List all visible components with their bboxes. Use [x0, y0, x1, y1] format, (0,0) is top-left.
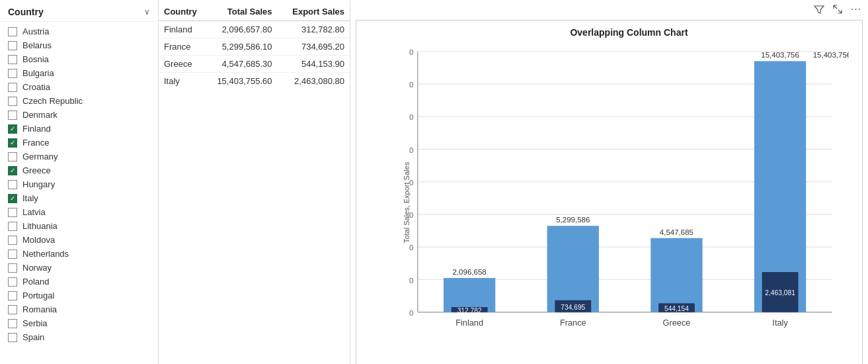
filter-item[interactable]: Lithuania [0, 219, 158, 233]
more-options-icon[interactable]: ··· [849, 3, 863, 16]
svg-text:0: 0 [409, 309, 413, 317]
filter-item[interactable]: Moldova [0, 233, 158, 247]
filter-label: Germany [22, 152, 58, 161]
col-header-total-sales: Total Sales [205, 0, 278, 21]
svg-text:Greece: Greece [662, 318, 690, 328]
filter-label: France [22, 138, 49, 148]
svg-text:12,000,000: 12,000,000 [409, 113, 413, 121]
table-row: Finland2,096,657.80312,782.80 [159, 21, 350, 38]
filter-label: Poland [22, 277, 49, 287]
filter-checkbox[interactable] [8, 27, 17, 36]
svg-rect-30 [651, 238, 702, 312]
cell-export-sales: 544,153.90 [278, 56, 350, 73]
filter-title: Country [8, 7, 44, 17]
filter-item[interactable]: Bosnia [0, 52, 158, 66]
filter-item[interactable]: Croatia [0, 80, 158, 94]
table-panel: Country Total Sales Export Sales Finland… [159, 0, 350, 364]
filter-checkbox[interactable] [8, 180, 17, 189]
chart-panel: ··· Overlapping Column Chart Total Sales… [350, 0, 868, 364]
filter-checkbox[interactable] [8, 55, 17, 64]
svg-text:15,403,756: 15,403,756 [813, 51, 849, 59]
filter-item[interactable]: Hungary [0, 177, 158, 191]
chart-container: Overlapping Column Chart Total Sales, Ex… [356, 20, 863, 364]
filter-checkbox[interactable] [8, 263, 17, 273]
cell-country: Greece [159, 56, 205, 73]
filter-checkbox[interactable] [8, 236, 17, 245]
filter-checkbox[interactable] [8, 305, 17, 314]
filter-checkbox[interactable] [8, 97, 17, 106]
filter-item[interactable]: Bulgaria [0, 66, 158, 80]
expand-icon[interactable] [831, 3, 844, 16]
svg-text:14,000,000: 14,000,000 [409, 81, 413, 89]
filter-checkbox[interactable] [8, 194, 17, 203]
filter-item[interactable]: Germany [0, 150, 158, 163]
filter-checkbox[interactable] [8, 138, 17, 148]
filter-checkbox[interactable] [8, 222, 17, 231]
filter-checkbox[interactable] [8, 69, 17, 78]
filter-label: Denmark [22, 110, 58, 120]
filter-item[interactable]: Netherlands [0, 247, 158, 261]
filter-checkbox[interactable] [8, 250, 17, 259]
filter-label: Norway [22, 263, 52, 273]
filter-label: Italy [22, 193, 38, 203]
filter-checkbox[interactable] [8, 166, 17, 175]
filter-checkbox[interactable] [8, 319, 17, 328]
filter-item[interactable]: Belarus [0, 38, 158, 52]
cell-total-sales: 5,299,586.10 [205, 38, 278, 56]
svg-text:10,000,000: 10,000,000 [409, 146, 413, 154]
filter-checkbox[interactable] [8, 41, 17, 50]
svg-text:4,000,000: 4,000,000 [409, 244, 413, 251]
filter-label: Czech Republic [22, 96, 83, 106]
y-axis-label: Total Sales, Export Sales [403, 162, 411, 243]
chart-svg: 02,000,0004,000,0006,000,0008,000,00010,… [409, 43, 849, 363]
filter-item[interactable]: Latvia [0, 205, 158, 219]
filter-label: Croatia [22, 82, 50, 92]
filter-header[interactable]: Country ∨ [0, 0, 158, 22]
filter-label: Moldova [22, 235, 55, 245]
svg-text:2,463,081: 2,463,081 [765, 289, 795, 296]
filter-checkbox[interactable] [8, 152, 17, 161]
filter-item[interactable]: Finland [0, 122, 158, 136]
svg-text:16,000,000: 16,000,000 [409, 48, 413, 56]
filter-item[interactable]: Romania [0, 302, 158, 316]
data-table: Country Total Sales Export Sales Finland… [159, 0, 350, 89]
filter-checkbox[interactable] [8, 277, 17, 287]
filter-checkbox[interactable] [8, 83, 17, 92]
table-row: Greece4,547,685.30544,153.90 [159, 56, 350, 73]
chevron-down-icon[interactable]: ∨ [144, 7, 150, 17]
filter-item[interactable]: Spain [0, 330, 158, 344]
filter-checkbox[interactable] [8, 124, 17, 134]
svg-text:15,403,756: 15,403,756 [761, 51, 799, 59]
svg-text:312,782: 312,782 [457, 307, 482, 314]
filter-item[interactable]: Czech Republic [0, 94, 158, 108]
filter-checkbox[interactable] [8, 291, 17, 300]
filter-label: Romania [22, 304, 57, 314]
filter-checkbox[interactable] [8, 208, 17, 217]
filter-item[interactable]: France [0, 136, 158, 150]
filter-label: Netherlands [22, 249, 69, 259]
col-header-export-sales: Export Sales [278, 0, 350, 21]
filter-icon[interactable] [812, 3, 826, 16]
filter-label: Bosnia [22, 54, 49, 64]
filter-item[interactable]: Serbia [0, 316, 158, 330]
filter-checkbox[interactable] [8, 333, 17, 342]
filter-item[interactable]: Greece [0, 163, 158, 177]
filter-label: Lithuania [22, 221, 58, 231]
filter-label: Austria [22, 26, 49, 36]
filter-label: Greece [22, 165, 51, 175]
chart-toolbar: ··· [350, 0, 868, 19]
cell-country: Finland [159, 21, 205, 38]
filter-label: Finland [22, 124, 51, 134]
svg-text:2,096,658: 2,096,658 [453, 268, 487, 276]
filter-label: Spain [22, 332, 44, 342]
filter-item[interactable]: Poland [0, 275, 158, 289]
filter-checkbox[interactable] [8, 111, 17, 120]
svg-text:Finland: Finland [455, 318, 483, 328]
filter-item[interactable]: Denmark [0, 108, 158, 122]
filter-item[interactable]: Austria [0, 24, 158, 38]
filter-item[interactable]: Portugal [0, 289, 158, 302]
filter-item[interactable]: Norway [0, 261, 158, 275]
filter-label: Bulgaria [22, 68, 54, 78]
filter-item[interactable]: Italy [0, 191, 158, 205]
svg-rect-25 [547, 226, 599, 312]
